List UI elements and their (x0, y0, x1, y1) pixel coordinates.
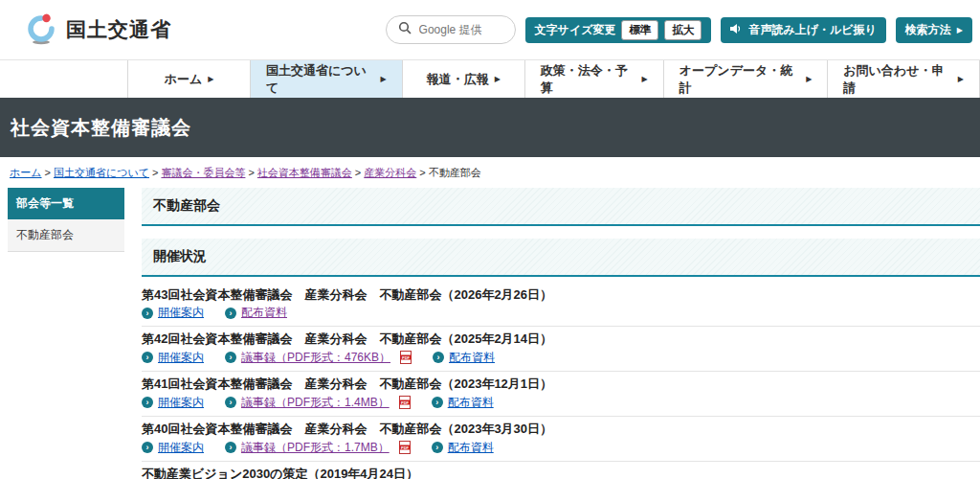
site-header: 国土交通省 文字サイズ変更 標準 拡大 音声読み上げ・ルビ振 (0, 0, 980, 60)
meeting-link[interactable]: 開催案内 (158, 442, 204, 454)
sidebar: 部会等一覧 不動産部会 (8, 188, 124, 252)
font-size-large-button[interactable]: 拡大 (664, 20, 702, 40)
pdf-icon: PDF (399, 441, 411, 454)
arrow-bullet-icon: › (432, 442, 443, 453)
meeting-link-item: ›配布資料 (432, 442, 494, 454)
nav-item-label: 政策・法令・予算 (541, 62, 636, 97)
meeting-link[interactable]: 配布資料 (448, 397, 494, 409)
meeting-link[interactable]: 議事録（PDF形式：1.4MB） (241, 397, 390, 409)
meeting-link-item: ›議事録（PDF形式：1.7MB）PDF (225, 441, 411, 454)
meeting-link[interactable]: 開催案内 (158, 397, 204, 409)
arrow-bullet-icon: › (433, 352, 444, 363)
font-size-standard-button[interactable]: 標準 (621, 20, 658, 40)
meeting-entry: 第40回社会資本整備審議会 産業分科会 不動産部会（2023年3月30日）›開催… (142, 417, 980, 462)
meeting-link-item: ›開催案内 (142, 397, 204, 409)
nav-item-label: ホーム (165, 71, 203, 88)
svg-text:PDF: PDF (401, 445, 410, 450)
chevron-right-icon: ▶ (381, 75, 387, 83)
meeting-link[interactable]: 配布資料 (449, 352, 495, 364)
nav-item[interactable]: 政策・法令・予算▶ (524, 60, 663, 98)
nav-item[interactable]: オープンデータ・統計▶ (663, 60, 828, 98)
breadcrumb: ホーム>国土交通省について>審議会・委員会等>社会資本整備審議会>産業分科会>不… (0, 157, 980, 185)
meeting-link-item: ›配布資料 (432, 397, 494, 409)
breadcrumb-link[interactable]: 社会資本整備審議会 (257, 167, 352, 178)
text-to-speech-button[interactable]: 音声読み上げ・ルビ振り (721, 17, 885, 43)
main-content: 不動産部会 開催状況 第43回社会資本整備審議会 産業分科会 不動産部会（202… (142, 188, 980, 479)
nav-item-label: お問い合わせ・申請 (843, 62, 952, 97)
nav-item[interactable]: お問い合わせ・申請▶ (827, 60, 980, 98)
content-area: 部会等一覧 不動産部会 不動産部会 開催状況 第43回社会資本整備審議会 産業分… (0, 188, 980, 479)
breadcrumb-separator: > (45, 167, 51, 178)
page-heading: 不動産部会 (142, 188, 980, 226)
breadcrumb-link[interactable]: 国土交通省について (54, 167, 149, 178)
breadcrumb-link[interactable]: ホーム (10, 167, 42, 178)
meeting-link[interactable]: 配布資料 (448, 442, 494, 454)
search-method-label: 検索方法 (905, 22, 951, 38)
meeting-entry: 第42回社会資本整備審議会 産業分科会 不動産部会（2025年2月14日）›開催… (142, 327, 980, 372)
chevron-right-icon: ▶ (642, 75, 648, 83)
meetings-list: 第43回社会資本整備審議会 産業分科会 不動産部会（2026年2月26日）›開催… (142, 283, 980, 479)
meeting-link-item: ›開催案内 (142, 352, 204, 364)
arrow-bullet-icon: › (225, 397, 236, 408)
arrow-bullet-icon: › (142, 442, 153, 453)
arrow-bullet-icon: › (225, 308, 236, 319)
page-banner-title: 社会資本整備審議会 (11, 115, 191, 141)
breadcrumb-link[interactable]: 産業分科会 (364, 167, 416, 178)
breadcrumb-separator: > (152, 167, 158, 178)
pdf-icon: PDF (399, 396, 411, 409)
breadcrumb-separator: > (419, 167, 425, 178)
meeting-link-item: ›開催案内 (142, 307, 204, 319)
meeting-link-item: ›配布資料 (225, 307, 287, 319)
breadcrumb-current: 不動産部会 (429, 167, 481, 178)
meeting-links-row: ›開催案内›配布資料 (142, 307, 980, 319)
nav-item[interactable]: ホーム▶ (127, 60, 250, 98)
sidebar-item[interactable]: 不動産部会 (8, 219, 124, 252)
pdf-icon: PDF (400, 351, 412, 364)
meeting-link[interactable]: 開催案内 (158, 352, 204, 364)
meeting-entry: 不動産業ビジョン2030の策定（2019年4月24日）›本文›概要（PDF形式：… (142, 462, 980, 479)
nav-item[interactable]: 国土交通省について▶ (250, 60, 402, 98)
breadcrumb-separator: > (248, 167, 254, 178)
meeting-title: 不動産業ビジョン2030の策定（2019年4月24日） (142, 467, 980, 479)
arrow-bullet-icon: › (432, 397, 443, 408)
meeting-entry: 第43回社会資本整備審議会 産業分科会 不動産部会（2026年2月26日）›開催… (142, 283, 980, 327)
nav-item[interactable]: 報道・広報▶ (402, 60, 524, 98)
chevron-right-icon: ▶ (958, 75, 964, 83)
meeting-link[interactable]: 議事録（PDF形式：476KB） (241, 352, 390, 364)
meeting-entry: 第41回社会資本整備審議会 産業分科会 不動産部会（2023年12月1日）›開催… (142, 372, 980, 417)
breadcrumb-link[interactable]: 審議会・委員会等 (161, 167, 245, 178)
meeting-link[interactable]: 開催案内 (158, 307, 204, 319)
chevron-right-icon: ▶ (806, 75, 812, 83)
sidebar-list: 不動産部会 (8, 219, 124, 252)
section-heading: 開催状況 (142, 239, 980, 277)
meeting-link-item: ›開催案内 (142, 442, 204, 454)
meeting-link-item: ›議事録（PDF形式：1.4MB）PDF (225, 396, 411, 409)
meeting-links-row: ›開催案内›議事録（PDF形式：476KB）PDF›配布資料 (142, 351, 980, 364)
meeting-title: 第42回社会資本整備審議会 産業分科会 不動産部会（2025年2月14日） (142, 331, 980, 346)
chevron-right-icon: ▶ (495, 75, 501, 83)
search-method-button[interactable]: 検索方法 ▶ (896, 17, 972, 43)
nav-item-label: 国土交通省について (266, 62, 375, 97)
meeting-link-item: ›議事録（PDF形式：476KB）PDF (225, 351, 412, 364)
meeting-link[interactable]: 配布資料 (241, 307, 287, 319)
breadcrumb-separator: > (355, 167, 361, 178)
arrow-bullet-icon: › (142, 397, 153, 408)
main-nav: ホーム▶国土交通省について▶報道・広報▶政策・法令・予算▶オープンデータ・統計▶… (0, 60, 980, 98)
mlit-emblem-icon (25, 11, 57, 49)
svg-text:PDF: PDF (401, 400, 410, 405)
speaker-icon (730, 23, 743, 37)
arrow-bullet-icon: › (225, 442, 236, 453)
svg-text:PDF: PDF (402, 355, 411, 360)
chevron-right-icon: ▶ (208, 75, 213, 83)
meeting-links-row: ›開催案内›議事録（PDF形式：1.4MB）PDF›配布資料 (142, 396, 980, 409)
meeting-links-row: ›開催案内›議事録（PDF形式：1.7MB）PDF›配布資料 (142, 441, 980, 454)
meeting-title: 第43回社会資本整備審議会 産業分科会 不動産部会（2026年2月26日） (142, 287, 980, 302)
arrow-bullet-icon: › (142, 352, 153, 363)
font-size-control: 文字サイズ変更 標準 拡大 (525, 17, 712, 43)
site-logo[interactable]: 国土交通省 (25, 11, 171, 49)
search-input[interactable] (419, 23, 505, 36)
site-search-box[interactable] (386, 15, 516, 44)
meeting-link[interactable]: 議事録（PDF形式：1.7MB） (241, 442, 390, 454)
meeting-title: 第41回社会資本整備審議会 産業分科会 不動産部会（2023年12月1日） (142, 376, 980, 391)
tts-button-label: 音声読み上げ・ルビ振り (748, 22, 876, 38)
